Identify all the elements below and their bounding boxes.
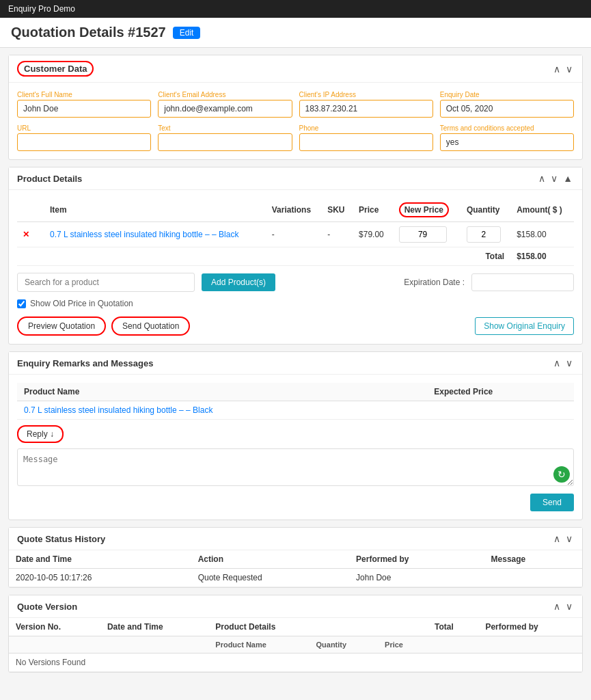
url-label: URL	[17, 124, 151, 132]
expiry-date-input[interactable]	[471, 273, 574, 291]
pd-expand-icon[interactable]: ▲	[562, 173, 574, 184]
col-delete	[17, 198, 44, 222]
action-left: Preview Quotation Send Quotation	[17, 317, 190, 336]
customer-data-title: Customer Data	[17, 61, 94, 77]
hist-action-cell: Quote Requested	[191, 569, 349, 587]
version-sub-header: Product Name Quantity Price	[9, 636, 582, 654]
show-old-price-label: Show Old Price in Quotation	[30, 299, 133, 308]
terms-input[interactable]	[440, 133, 574, 151]
add-product-button[interactable]: Add Product(s)	[202, 273, 275, 291]
total-spacer	[17, 247, 461, 266]
col-amount: Amount( $ )	[511, 198, 574, 222]
er-collapse-up-icon[interactable]: ∧	[552, 358, 562, 368]
delete-product-icon[interactable]: ✕	[23, 230, 29, 239]
send-message-button[interactable]: Send	[530, 494, 574, 511]
remarks-table-row: 0.7 L stainless steel insulated hiking b…	[17, 401, 574, 420]
history-row: 2020-10-05 10:17:26 Quote Requested John…	[9, 569, 582, 587]
quote-version-body: Version No. Date and Time Product Detail…	[9, 618, 582, 672]
quote-status-controls: ∧ ∨	[552, 533, 574, 544]
ip-input[interactable]	[299, 100, 433, 118]
show-old-price-checkbox[interactable]	[17, 299, 26, 308]
hist-col-performed-by: Performed by	[349, 550, 484, 569]
ver-sub-product-name: Product Name	[208, 636, 309, 654]
ver-col-version-no: Version No.	[9, 618, 100, 636]
collapse-down-icon[interactable]: ∨	[564, 64, 574, 75]
total-value: $158.00	[511, 247, 574, 266]
product-details-title: Product Details	[17, 174, 82, 184]
field-full-name: Client's Full Name	[17, 91, 151, 118]
remarks-col-product: Product Name	[17, 383, 427, 401]
version-table: Version No. Date and Time Product Detail…	[9, 618, 582, 672]
terms-label: Terms and conditions accepted	[440, 124, 574, 132]
quantity-input[interactable]	[467, 226, 501, 243]
qs-collapse-down-icon[interactable]: ∨	[564, 533, 574, 544]
customer-field-grid-1: Client's Full Name Client's Email Addres…	[17, 91, 574, 118]
customer-data-body: Client's Full Name Client's Email Addres…	[9, 83, 582, 159]
message-textarea[interactable]	[17, 448, 574, 486]
field-text: Text	[158, 124, 292, 151]
preview-quotation-button[interactable]: Preview Quotation	[17, 317, 106, 336]
pd-collapse-up-icon[interactable]: ∧	[537, 173, 547, 184]
quote-status-title: Quote Status History	[17, 534, 105, 544]
row-amount-cell: $158.00	[511, 222, 574, 247]
new-price-input[interactable]	[399, 226, 447, 243]
email-input[interactable]	[158, 100, 292, 118]
expiry-label: Expiration Date :	[404, 278, 465, 287]
enquiry-date-input[interactable]	[440, 100, 574, 118]
enquiry-remarks-body: Product Name Expected Price 0.7 L stainl…	[9, 375, 582, 520]
full-name-label: Client's Full Name	[17, 91, 151, 98]
product-link[interactable]: 0.7 L stainless steel insulated hiking b…	[50, 230, 238, 239]
customer-data-header: Customer Data ∧ ∨	[9, 55, 582, 83]
ver-sub-empty1	[9, 636, 100, 654]
field-email: Client's Email Address	[158, 91, 292, 118]
quote-status-header: Quote Status History ∧ ∨	[9, 528, 582, 550]
search-product-input[interactable]	[17, 273, 195, 292]
phone-input[interactable]	[299, 133, 433, 151]
quote-version-header: Quote Version ∧ ∨	[9, 595, 582, 618]
product-details-body: Item Variations SKU Price New Price Quan…	[9, 190, 582, 344]
collapse-up-icon[interactable]: ∧	[552, 64, 562, 75]
qv-collapse-down-icon[interactable]: ∨	[564, 601, 574, 612]
hist-col-datetime: Date and Time	[9, 550, 191, 569]
text-label: Text	[158, 124, 292, 132]
remarks-product-link[interactable]: 0.7 L stainless steel insulated hiking b…	[24, 405, 212, 415]
app-title: Enquiry Pro Demo	[8, 4, 75, 14]
enquiry-remarks-header: Enquiry Remarks and Messages ∧ ∨	[9, 352, 582, 375]
page-badge: Edit	[173, 27, 201, 39]
text-input[interactable]	[158, 133, 292, 151]
col-sku: SKU	[322, 198, 353, 222]
quote-version-section: Quote Version ∧ ∨ Version No. Date and T…	[8, 595, 583, 673]
remarks-table: Product Name Expected Price 0.7 L stainl…	[17, 383, 574, 420]
full-name-input[interactable]	[17, 100, 151, 118]
message-area-wrapper: ↻	[17, 448, 574, 488]
total-row: Total $158.00	[17, 247, 574, 266]
ver-col-total: Total	[428, 618, 478, 636]
phone-label: Phone	[299, 124, 433, 132]
qs-collapse-up-icon[interactable]: ∧	[552, 533, 562, 544]
hist-datetime-cell: 2020-10-05 10:17:26	[9, 569, 191, 587]
row-item-cell: 0.7 L stainless steel insulated hiking b…	[44, 222, 266, 247]
quote-version-title: Quote Version	[17, 602, 77, 612]
url-input[interactable]	[17, 133, 151, 151]
no-versions-row: No Versions Found	[9, 654, 582, 672]
row-quantity-cell	[461, 222, 511, 247]
customer-field-grid-2: URL Text Phone Terms and conditions acce…	[17, 124, 574, 151]
show-original-button[interactable]: Show Original Enquiry	[475, 317, 574, 335]
product-details-header: Product Details ∧ ∨ ▲	[9, 167, 582, 190]
col-new-price: New Price	[394, 198, 461, 222]
er-collapse-down-icon[interactable]: ∨	[564, 358, 574, 368]
enquiry-remarks-section: Enquiry Remarks and Messages ∧ ∨ Product…	[8, 351, 583, 520]
enquiry-remarks-title: Enquiry Remarks and Messages	[17, 358, 153, 368]
send-quotation-button[interactable]: Send Quotation	[111, 317, 190, 336]
history-table: Date and Time Action Performed by Messag…	[9, 550, 582, 587]
refresh-icon[interactable]: ↻	[553, 466, 570, 483]
qv-collapse-up-icon[interactable]: ∧	[552, 601, 562, 612]
reply-button[interactable]: Reply ↓	[17, 425, 64, 443]
pd-collapse-down-icon[interactable]: ∨	[549, 173, 559, 184]
new-price-header-label: New Price	[399, 202, 449, 217]
ver-sub-quantity: Quantity	[310, 636, 379, 654]
field-terms: Terms and conditions accepted	[440, 124, 574, 151]
customer-data-controls: ∧ ∨	[552, 64, 574, 75]
reply-button-label: Reply ↓	[27, 429, 54, 439]
quote-version-controls: ∧ ∨	[552, 601, 574, 612]
